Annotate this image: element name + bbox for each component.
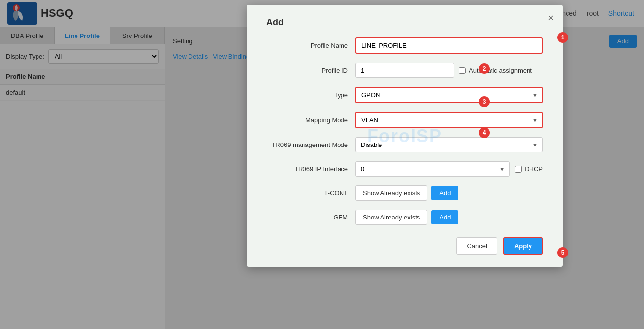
modal-title: Add: [266, 17, 543, 28]
mapping-mode-row: Mapping Mode VLAN GEM Port ▼: [266, 112, 543, 128]
badge-1: 1: [557, 32, 568, 43]
badge-3: 3: [479, 96, 490, 107]
tcont-add-button[interactable]: Add: [431, 186, 458, 200]
mapping-mode-select-wrapper: VLAN GEM Port ▼: [355, 112, 543, 128]
tcont-show-button[interactable]: Show Already exists: [355, 185, 427, 201]
tr069-mode-select-wrapper: Disable Enable ▼: [355, 137, 543, 152]
tr069-ip-label: TR069 IP Interface: [266, 165, 355, 173]
tcont-label: T-CONT: [266, 189, 355, 197]
profile-id-controls: Automatic assignment: [355, 63, 532, 78]
profile-name-label: Profile Name: [266, 42, 355, 49]
badge-4: 4: [479, 127, 490, 138]
profile-id-input[interactable]: [355, 63, 454, 78]
gem-add-button[interactable]: Add: [431, 210, 458, 224]
tr069-mode-row: TR069 management Mode Disable Enable ▼: [266, 137, 543, 152]
type-select[interactable]: GPON EPON: [355, 87, 543, 103]
badge-5: 5: [557, 247, 568, 258]
mapping-mode-select[interactable]: VLAN GEM Port: [355, 112, 543, 128]
modal-close-button[interactable]: ×: [548, 12, 554, 24]
tr069-mode-select[interactable]: Disable Enable: [355, 137, 543, 152]
modal-box: ForoISP Add × 1 Profile Name 2 Profile I…: [247, 5, 563, 267]
type-row: Type GPON EPON ▼: [266, 87, 543, 103]
tr069-ip-controls: 0 ▼ DHCP: [355, 161, 543, 177]
auto-assign-label: Automatic assignment: [459, 67, 532, 74]
tcont-controls: Show Already exists Add: [355, 185, 543, 201]
dhcp-checkbox[interactable]: [515, 166, 522, 173]
dhcp-label: DHCP: [515, 165, 543, 173]
tcont-row: T-CONT Show Already exists Add: [266, 185, 543, 201]
gem-row: GEM Show Already exists Add: [266, 210, 543, 225]
profile-name-input[interactable]: [355, 37, 543, 54]
gem-label: GEM: [266, 214, 355, 221]
gem-show-button[interactable]: Show Already exists: [355, 210, 427, 225]
apply-button[interactable]: Apply: [503, 237, 543, 255]
gem-controls: Show Already exists Add: [355, 210, 543, 225]
tr069-ip-select[interactable]: 0: [355, 161, 510, 177]
tr069-ip-select-wrapper: 0 ▼: [355, 161, 510, 177]
auto-assign-checkbox[interactable]: [459, 67, 466, 74]
badge-2: 2: [479, 63, 490, 74]
type-label: Type: [266, 91, 355, 99]
profile-id-row: Profile ID Automatic assignment: [266, 63, 543, 78]
tr069-ip-row: TR069 IP Interface 0 ▼ DHCP: [266, 161, 543, 177]
modal-container: ForoISP Add × 1 Profile Name 2 Profile I…: [165, 0, 644, 329]
mapping-mode-label: Mapping Mode: [266, 116, 355, 124]
modal-footer: Cancel Apply: [266, 237, 543, 255]
cancel-button[interactable]: Cancel: [456, 237, 497, 255]
profile-name-row: Profile Name: [266, 37, 543, 54]
tr069-mode-label: TR069 management Mode: [266, 141, 355, 148]
type-select-wrapper: GPON EPON ▼: [355, 87, 543, 103]
profile-id-label: Profile ID: [266, 67, 355, 74]
